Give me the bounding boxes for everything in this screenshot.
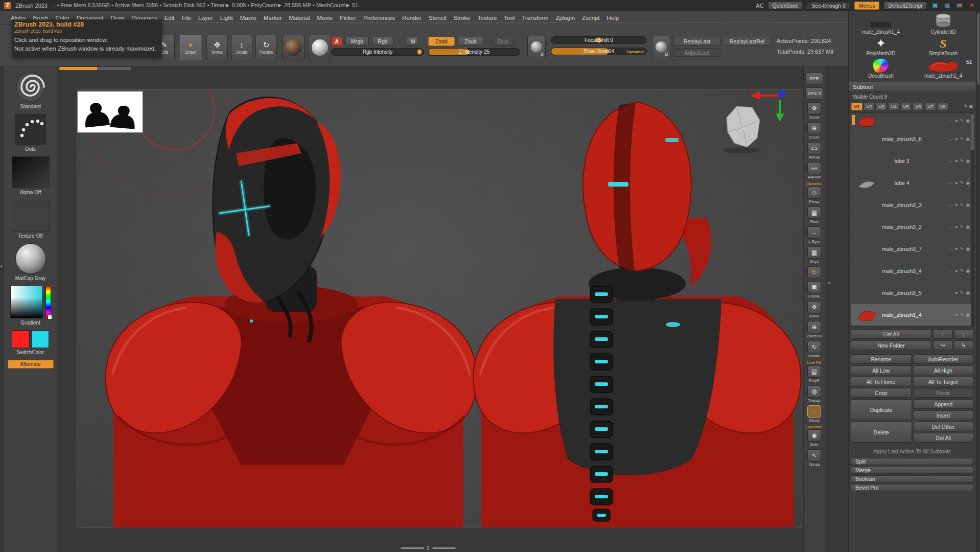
scroll-tool[interactable]: ✥ Scroll bbox=[807, 102, 821, 120]
subtool-list-scrollbar[interactable] bbox=[971, 113, 974, 326]
material-selector[interactable]: MatCap Gray bbox=[15, 243, 46, 281]
all-low-button[interactable]: All Low bbox=[851, 365, 912, 375]
move-down-button[interactable]: ↓ bbox=[954, 329, 973, 339]
saturation-square[interactable] bbox=[10, 286, 43, 318]
palette-item-male-zbrush1-4[interactable]: male_zbrush1_4 bbox=[850, 13, 912, 35]
list-icon[interactable]: — bbox=[948, 136, 953, 142]
rename-button[interactable]: Rename bbox=[851, 354, 912, 364]
sculpt-dot-icon[interactable]: ● bbox=[955, 180, 958, 186]
palette-item-decobrush[interactable]: DecoBrush bbox=[850, 59, 912, 79]
canvas-scrollbar[interactable]: ▲ ▼ bbox=[401, 545, 456, 551]
menus-button[interactable]: Menus bbox=[854, 2, 880, 10]
copy-button[interactable]: Copy bbox=[851, 388, 912, 398]
auto-reorder-button[interactable]: AutoReorder bbox=[913, 354, 974, 364]
all-high-button[interactable]: All High bbox=[913, 365, 974, 375]
merge-section-button[interactable]: Merge bbox=[851, 467, 973, 474]
brush-selector-standard[interactable]: Standard bbox=[15, 72, 46, 109]
subtool-row-selected[interactable]: male_zbrush1_4 — ● ✎ ◉ bbox=[851, 304, 974, 326]
zoom-tool[interactable]: ⊕ Zoom bbox=[807, 122, 821, 140]
document-thumbnail[interactable] bbox=[78, 91, 143, 132]
visibility-icon[interactable]: ◉ bbox=[966, 268, 970, 273]
lsym-tool[interactable]: ↔ L.Sym bbox=[807, 226, 821, 244]
apply-last-action-button[interactable]: Apply Last Action To All Subtools bbox=[851, 446, 973, 456]
polypaint-icon[interactable]: ✎ bbox=[960, 246, 964, 251]
all-to-home-button[interactable]: All To Home bbox=[851, 377, 912, 386]
secondary-color-swatch[interactable] bbox=[31, 330, 49, 348]
stroke-selector-dots[interactable]: Dots bbox=[15, 114, 46, 152]
visibility-icon[interactable]: ◉ bbox=[966, 136, 970, 142]
sculpt-dot-icon[interactable]: ● bbox=[955, 268, 958, 273]
bevel-pro-section-button[interactable]: Bevel Pro bbox=[851, 484, 973, 491]
paste-button[interactable]: Paste bbox=[913, 388, 974, 398]
subtool-row[interactable]: tube 3 — ● ✎ ◉ bbox=[851, 150, 974, 172]
color-a-button[interactable]: A bbox=[331, 37, 342, 46]
persp-tool[interactable]: Dynamic ◇ Persp bbox=[806, 182, 822, 204]
move-button[interactable]: ✥ Move bbox=[206, 35, 228, 60]
canvas-top-slider[interactable] bbox=[59, 67, 131, 70]
polypaint-icon[interactable]: ✎ bbox=[960, 312, 964, 317]
texture-selector[interactable]: Texture Off bbox=[12, 200, 50, 239]
all-to-target-button[interactable]: All To Target bbox=[913, 377, 974, 386]
subtool-row[interactable]: male_zbrush3_2 — ● ✎ ◉ bbox=[851, 216, 974, 238]
default-zscript-button[interactable]: DefaultZScript bbox=[883, 2, 927, 10]
tab-v1[interactable]: V1 bbox=[851, 103, 862, 110]
menu-item-stencil[interactable]: Stencil bbox=[425, 14, 450, 22]
sculpt-dot-icon[interactable]: ● bbox=[955, 158, 958, 164]
list-icon[interactable]: — bbox=[948, 290, 953, 295]
append-button[interactable]: Append bbox=[914, 399, 974, 409]
menu-item-marker[interactable]: Marker bbox=[260, 14, 286, 22]
menu-item-light[interactable]: Light bbox=[217, 14, 237, 22]
list-icon[interactable]: — bbox=[948, 246, 953, 251]
polypaint-icon[interactable]: ✎ bbox=[960, 224, 964, 229]
menu-item-edit[interactable]: Edit bbox=[161, 14, 178, 22]
insert-button[interactable]: Insert bbox=[914, 410, 974, 420]
tab-v5[interactable]: V5 bbox=[900, 103, 912, 110]
tab-v2[interactable]: V2 bbox=[864, 103, 875, 110]
sculpt-dot-icon[interactable]: ● bbox=[955, 136, 958, 142]
color-picker[interactable] bbox=[309, 35, 331, 60]
z-intensity-slider[interactable]: Z Intensity 25 bbox=[428, 48, 520, 56]
duplicate-button[interactable]: Duplicate bbox=[851, 399, 912, 420]
palette-item-male-zbrush1-4-active[interactable]: 51 male_zbrush1_4 bbox=[912, 59, 974, 79]
polypaint-icon[interactable]: ✎ bbox=[960, 268, 964, 273]
menu-item-stroke[interactable]: Stroke bbox=[450, 14, 474, 22]
zoom3d-tool[interactable]: ⊕ Zoom3D bbox=[806, 321, 822, 338]
panel-scrollbar[interactable] bbox=[976, 11, 980, 552]
focal-shift-slider[interactable]: Focal Shift 0 bbox=[551, 36, 647, 44]
sculpt-dot-icon[interactable]: ● bbox=[955, 290, 958, 295]
subtool-row[interactable]: male_zbrush3_6 — ● ✎ ◉ bbox=[851, 128, 974, 150]
divider-icon[interactable]: ▤ bbox=[955, 2, 964, 9]
move-into-folder-button[interactable]: ↪ bbox=[933, 340, 952, 350]
tab-v3[interactable]: V3 bbox=[876, 103, 887, 110]
orbit-tool[interactable]: ↻ bbox=[807, 266, 821, 279]
list-icon[interactable]: — bbox=[948, 268, 953, 273]
menu-item-macro[interactable]: Macro bbox=[237, 14, 260, 22]
frame-tool[interactable]: ▣ Frame bbox=[807, 281, 821, 298]
move-up-button[interactable]: ↑ bbox=[933, 329, 952, 339]
m-button[interactable]: M bbox=[407, 37, 419, 46]
bpr-button[interactable]: BPR bbox=[805, 73, 823, 85]
tab-v4[interactable]: V4 bbox=[888, 103, 899, 110]
transp-tool[interactable]: ◍ Transp bbox=[807, 385, 821, 403]
floor-tool[interactable]: ▦ Floor bbox=[807, 206, 821, 224]
visibility-icon[interactable]: ◉ bbox=[966, 312, 970, 317]
left-tray-divider[interactable]: ◂ bbox=[0, 66, 4, 552]
sculpt-dot-icon[interactable]: ● bbox=[955, 118, 958, 123]
palette-item-polymesh3d[interactable]: ✦ PolyMesh3D bbox=[850, 37, 912, 56]
menu-item-help[interactable]: Help bbox=[603, 14, 623, 22]
menu-item-layer[interactable]: Layer bbox=[195, 14, 217, 22]
subtool-section-header[interactable]: Subtool bbox=[849, 82, 975, 92]
polypaint-icon[interactable]: ✎ bbox=[960, 202, 964, 208]
del-other-button[interactable]: Del Other bbox=[914, 422, 974, 431]
polypaint-icon[interactable]: ✎ bbox=[960, 180, 964, 186]
mrgb-button[interactable]: Mrgb bbox=[345, 37, 369, 46]
alternate-button[interactable]: Alternate bbox=[8, 360, 54, 369]
rgb-intensity-slider[interactable]: Rgb Intensity bbox=[331, 48, 424, 56]
delete-button[interactable]: Delete bbox=[851, 422, 912, 443]
menu-item-transform[interactable]: Transform bbox=[518, 14, 552, 22]
tab-v7[interactable]: V7 bbox=[925, 103, 936, 110]
subtool-row[interactable]: male_zbrush3_7 — ● ✎ ◉ bbox=[851, 238, 974, 260]
zcut-button[interactable]: Zcut bbox=[492, 37, 514, 46]
main-color-swatch[interactable] bbox=[12, 330, 30, 348]
palette-item-cylinder3d[interactable]: Cylinder3D bbox=[912, 13, 974, 35]
